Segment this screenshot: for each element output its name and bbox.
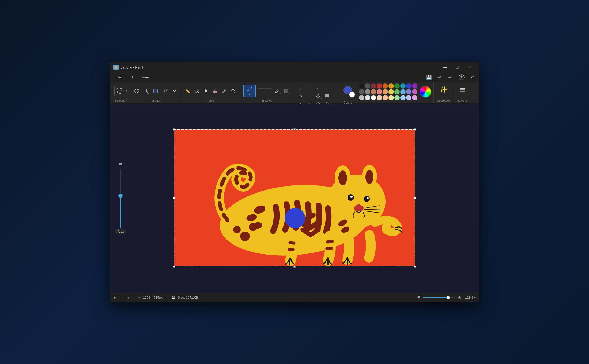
brushes-content: ▼ ────────────────────── ▼ ▼: [243, 83, 290, 98]
color-lightblue[interactable]: [400, 89, 406, 94]
color-beige[interactable]: [377, 95, 382, 100]
color-orchid[interactable]: [412, 95, 417, 100]
pen-tool-button[interactable]: ▼: [273, 87, 281, 95]
minimize-button[interactable]: —: [439, 63, 451, 71]
selection-rect-button[interactable]: [114, 86, 125, 96]
image-dimensions: 1093 × 615px: [143, 296, 163, 299]
line-tool[interactable]: ╱: [296, 84, 305, 92]
zoom-slider-thumb[interactable]: [447, 296, 450, 299]
brushes-label: Brushes: [261, 99, 272, 102]
select-icon-item: ⬚: [125, 295, 129, 300]
color-lavender[interactable]: [406, 89, 411, 94]
fill-shape-button[interactable]: ▼: [323, 92, 331, 100]
rect2-tool[interactable]: ▭: [296, 92, 305, 100]
color-lightgray[interactable]: [365, 95, 370, 100]
zoom-slider-container[interactable]: [423, 297, 455, 298]
color-darkred[interactable]: [371, 83, 376, 89]
brush-size-slider[interactable]: [118, 169, 123, 228]
pencil-button[interactable]: ✏️: [183, 87, 192, 95]
save-button[interactable]: 💾: [425, 74, 433, 81]
color-tan[interactable]: [371, 89, 376, 94]
menu-view[interactable]: View: [139, 74, 153, 80]
menu-file[interactable]: File: [112, 74, 124, 80]
magnifier-button[interactable]: [229, 87, 237, 95]
paint-canvas: [174, 129, 415, 266]
rect-tool[interactable]: □: [323, 84, 331, 92]
cocreator-button[interactable]: ✨: [437, 83, 449, 96]
color-cream[interactable]: [388, 95, 394, 100]
close-button[interactable]: ✕: [463, 63, 476, 71]
selection-handle-bl[interactable]: [173, 266, 175, 268]
select-icon: ⬚: [125, 295, 129, 300]
zoom-out-button[interactable]: ⊖: [416, 295, 421, 300]
magic-select-button[interactable]: [161, 87, 170, 95]
file-size: Size: 107.1KB: [178, 296, 198, 299]
zoom-controls: ⊖ ⊕ 128% ▾: [416, 295, 476, 300]
cursor-icon: ➤: [113, 295, 116, 300]
color-white[interactable]: [371, 95, 376, 100]
color-selector: [343, 86, 355, 98]
custom-color-button[interactable]: [420, 86, 431, 98]
color-green[interactable]: [394, 83, 400, 89]
rotate-button[interactable]: [132, 87, 141, 95]
color-yellow[interactable]: [388, 83, 394, 89]
color-purple[interactable]: [412, 83, 417, 89]
color-silver[interactable]: [359, 95, 364, 100]
svg-rect-2: [117, 89, 122, 93]
eraser-button[interactable]: [211, 87, 219, 95]
text-button[interactable]: A: [202, 87, 210, 95]
color-lightgreen[interactable]: [394, 89, 400, 94]
color-skyblue[interactable]: [400, 95, 406, 100]
undo-button[interactable]: ↩: [435, 74, 443, 81]
selection-handle-bm[interactable]: [293, 266, 296, 268]
background-color[interactable]: [349, 91, 355, 98]
outline-button[interactable]: ▼: [314, 92, 322, 100]
color-periwinkle[interactable]: [406, 95, 411, 100]
svg-line-13: [234, 92, 235, 93]
svg-point-28: [338, 170, 347, 185]
layers-label: Layers: [458, 99, 467, 102]
redo-button[interactable]: ↪: [445, 74, 453, 81]
image-tools: ▼: [132, 83, 179, 98]
color-gray2[interactable]: [365, 89, 370, 94]
brush-active-button[interactable]: ▼: [243, 85, 256, 97]
resize-button[interactable]: ▼: [141, 87, 150, 95]
color-blue[interactable]: [406, 83, 411, 89]
svg-point-44: [240, 232, 250, 241]
color-picker-button[interactable]: [220, 87, 228, 95]
zoom-dropdown[interactable]: ▾: [474, 296, 476, 299]
color-gray1[interactable]: [359, 89, 364, 94]
color-pink[interactable]: [412, 89, 417, 94]
color-black[interactable]: [359, 83, 364, 89]
color-lightyellow[interactable]: [388, 89, 394, 94]
color-orange[interactable]: [383, 83, 388, 89]
color-red[interactable]: [377, 83, 382, 89]
maximize-button[interactable]: □: [451, 63, 463, 71]
svg-rect-4: [154, 89, 157, 93]
color-cyan[interactable]: [400, 83, 406, 89]
color-mint[interactable]: [394, 95, 400, 100]
oval-tool[interactable]: ○: [314, 84, 322, 92]
settings-button[interactable]: ⚙: [469, 74, 477, 81]
slider-thumb[interactable]: [118, 194, 123, 198]
image-dropdown[interactable]: [170, 87, 179, 95]
account-button[interactable]: [458, 74, 466, 81]
selection-dropdown[interactable]: ▼: [126, 90, 128, 92]
zoom-in-button[interactable]: ⊕: [457, 295, 462, 300]
color-peach[interactable]: [383, 89, 388, 94]
brush-slider-icon: [118, 162, 123, 168]
status-divider-1: [121, 295, 121, 300]
svg-point-33: [367, 197, 369, 199]
brush-opacity-button[interactable]: ▼: [282, 87, 290, 95]
arrow-tool[interactable]: →: [305, 92, 314, 100]
svg-point-35: [357, 204, 361, 208]
curve-tool[interactable]: ⌒: [305, 84, 314, 92]
color-salmon[interactable]: [383, 95, 388, 100]
color-darkgray[interactable]: [365, 83, 370, 89]
fill-button[interactable]: [192, 87, 201, 95]
color-lightred[interactable]: [377, 89, 382, 94]
menu-edit[interactable]: Edit: [125, 74, 138, 80]
selection-handle-br[interactable]: [414, 266, 416, 268]
crop-button[interactable]: [150, 86, 161, 96]
layers-button[interactable]: [456, 83, 468, 96]
